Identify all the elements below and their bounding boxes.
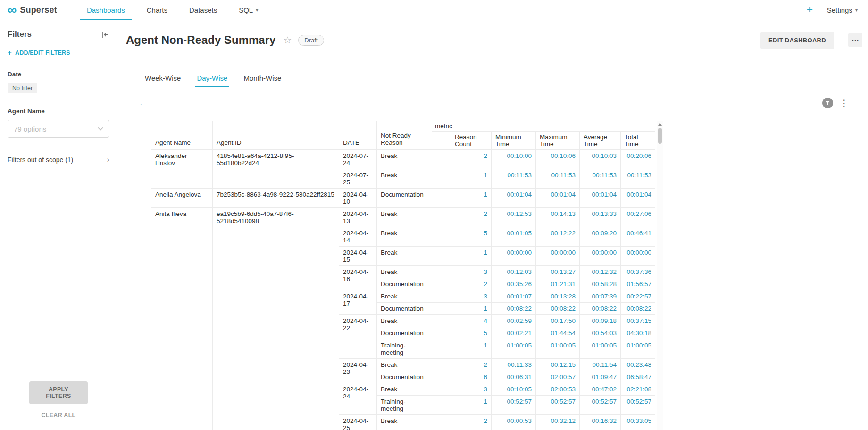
- nav-item-dashboards[interactable]: Dashboards: [80, 0, 132, 20]
- tab-month-wise[interactable]: Month-Wise: [242, 69, 283, 87]
- minimum-time-cell: 00:10:05: [492, 383, 536, 396]
- table-vertical-scrollbar[interactable]: [657, 121, 663, 430]
- total-time-cell: 00:52:57: [621, 396, 656, 415]
- plus-icon: +: [8, 49, 12, 57]
- metric-spacer-cell: [432, 415, 451, 427]
- apply-filters-button[interactable]: APPLY FILTERS: [29, 381, 88, 404]
- tab-day-wise[interactable]: Day-Wise: [195, 69, 229, 87]
- col-header-date: DATE: [339, 121, 377, 150]
- applied-filters-badge[interactable]: [822, 98, 833, 108]
- total-time-cell: 00:11:53: [621, 169, 656, 189]
- dashboard-tabs: Week-Wise Day-Wise Month-Wise: [133, 69, 864, 87]
- edit-dashboard-button[interactable]: EDIT DASHBOARD: [760, 32, 834, 49]
- metric-spacer-cell: [432, 247, 451, 266]
- average-time-cell: 00:09:18: [580, 315, 621, 327]
- average-time-cell: 00:47:02: [580, 383, 621, 396]
- minimum-time-cell: 00:12:53: [492, 208, 536, 227]
- add-edit-filters-button[interactable]: + ADD/EDIT FILTERS: [8, 49, 109, 57]
- minimum-time-cell: 00:35:26: [492, 278, 536, 290]
- date-filter-label: Date: [8, 71, 109, 78]
- total-time-cell: 04:30:18: [621, 327, 656, 339]
- date-cell: 2024-04-17: [339, 290, 377, 315]
- metric-spacer-cell: [432, 359, 451, 371]
- filters-out-of-scope-toggle[interactable]: Filters out of scope (1) ›: [8, 156, 109, 164]
- total-time-cell: 00:37:15: [621, 315, 656, 327]
- scrollbar-thumb[interactable]: [658, 128, 662, 144]
- filters-title: Filters: [8, 30, 32, 39]
- settings-menu[interactable]: Settings ▾: [827, 6, 858, 14]
- col-header-maximum-time: Maximum Time: [536, 132, 580, 150]
- col-header-minimum-time: Minimum Time: [492, 132, 536, 150]
- chart-kebab-menu-icon[interactable]: ⋮: [840, 99, 849, 108]
- new-plus-icon[interactable]: +: [807, 5, 813, 15]
- metric-spacer-header: [432, 132, 451, 150]
- metric-spacer-cell: [432, 208, 451, 227]
- maximum-time-cell: 00:12:22: [536, 227, 580, 247]
- minimum-time-cell: 00:12:03: [492, 266, 536, 278]
- date-filter-value: No filter: [8, 83, 37, 93]
- reason-count-cell: 1: [451, 247, 492, 266]
- maximum-time-cell: 00:00:00: [536, 247, 580, 266]
- collapse-filters-icon[interactable]: [101, 31, 109, 38]
- total-time-cell: 00:08:22: [621, 303, 656, 315]
- maximum-time-cell: 00:31:02: [536, 427, 580, 430]
- chart-title: .: [140, 99, 142, 107]
- average-time-cell: 00:11:53: [580, 169, 621, 189]
- reason-cell: Break: [377, 290, 432, 303]
- reason-cell: Break: [377, 227, 432, 247]
- metric-spacer-cell: [432, 339, 451, 359]
- average-time-cell: 00:11:54: [580, 359, 621, 371]
- agent-name-cell: Anita Ilieva: [151, 208, 213, 430]
- reason-cell: Training-meeting: [377, 396, 432, 415]
- pivot-table-header: Agent Name Agent ID DATE Not Ready Reaso…: [151, 121, 656, 150]
- top-nav: ∞ Superset Dashboards Charts Datasets SQ…: [0, 0, 868, 20]
- maximum-time-cell: 00:11:53: [536, 169, 580, 189]
- nav-item-charts[interactable]: Charts: [140, 0, 174, 20]
- maximum-time-cell: 00:13:27: [536, 266, 580, 278]
- clear-all-button[interactable]: CLEAR ALL: [41, 412, 75, 419]
- chart-header: . ⋮: [140, 96, 849, 109]
- nav-item-datasets[interactable]: Datasets: [183, 0, 224, 20]
- maximum-time-cell: 00:10:06: [536, 150, 580, 169]
- nav-item-sql[interactable]: SQL ▾: [232, 0, 265, 20]
- dashboard-more-button[interactable]: …: [848, 33, 862, 47]
- average-time-cell: 00:00:00: [580, 247, 621, 266]
- reason-count-cell: 2: [451, 278, 492, 290]
- minimum-time-cell: 00:01:04: [492, 189, 536, 208]
- date-cell: 2024-04-22: [339, 315, 377, 359]
- add-edit-filters-label: ADD/EDIT FILTERS: [15, 50, 70, 56]
- date-cell: 2024-07-24: [339, 150, 377, 169]
- total-time-cell: 00:33:05: [621, 415, 656, 427]
- agent-name-cell: Anelia Angelova: [151, 189, 213, 208]
- col-header-not-ready-reason: Not Ready Reason: [377, 121, 432, 150]
- tab-week-wise[interactable]: Week-Wise: [143, 69, 183, 87]
- maximum-time-cell: 00:14:13: [536, 208, 580, 227]
- reason-count-cell: 4: [451, 315, 492, 327]
- minimum-time-cell: 00:02:21: [492, 327, 536, 339]
- maximum-time-cell: 02:00:53: [536, 383, 580, 396]
- metric-spacer-cell: [432, 315, 451, 327]
- reason-cell: Documentation: [377, 327, 432, 339]
- total-time-cell: 01:56:57: [621, 278, 656, 290]
- agent-name-select[interactable]: 79 options: [8, 120, 109, 138]
- superset-logo[interactable]: ∞ Superset: [0, 0, 66, 20]
- maximum-time-cell: 00:52:57: [536, 396, 580, 415]
- average-time-cell: 00:12:32: [580, 266, 621, 278]
- metric-spacer-cell: [432, 150, 451, 169]
- pivot-table-container: Agent Name Agent ID DATE Not Ready Reaso…: [151, 121, 655, 430]
- metric-axis-label: metric: [432, 121, 451, 132]
- reason-count-cell: 5: [451, 227, 492, 247]
- reason-count-cell: 3: [451, 290, 492, 303]
- table-row: Anelia Angelova7b253b5c-8863-4a98-9222-5…: [151, 189, 656, 208]
- minimum-time-cell: 00:00:00: [492, 247, 536, 266]
- maximum-time-cell: 01:44:54: [536, 327, 580, 339]
- reason-cell: Break: [377, 359, 432, 371]
- metric-spacer-cell: [432, 383, 451, 396]
- minimum-time-cell: 00:11:33: [492, 359, 536, 371]
- nav-item-label: Charts: [147, 6, 167, 14]
- minimum-time-cell: 01:00:05: [492, 339, 536, 359]
- favorite-star-icon[interactable]: ☆: [283, 34, 292, 46]
- metric-spacer-cell: [432, 327, 451, 339]
- total-time-cell: 00:37:36: [621, 266, 656, 278]
- scroll-up-arrow-icon[interactable]: [658, 123, 662, 126]
